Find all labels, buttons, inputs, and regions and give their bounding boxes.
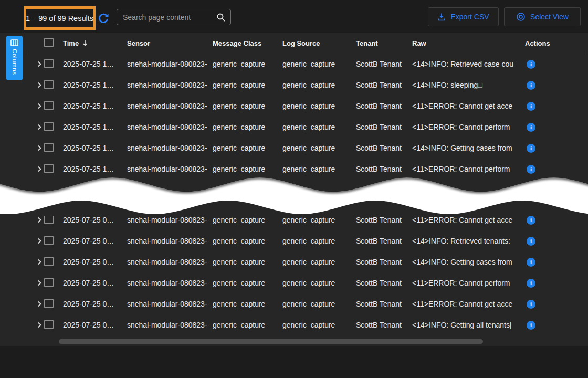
cell-raw: <11>ERROR: Cannot perform (412, 123, 525, 131)
cell-message-class: generic_capture (213, 258, 282, 266)
cell-sensor: snehal-modular-080823- (127, 102, 213, 110)
cell-tenant: ScottB Tenant (356, 165, 412, 173)
row-checkbox[interactable] (44, 59, 54, 68)
info-icon[interactable]: i (527, 144, 536, 153)
cell-sensor: snehal-modular-080823- (127, 258, 213, 266)
row-checkbox[interactable] (44, 101, 54, 110)
info-icon[interactable]: i (527, 300, 536, 309)
expand-row-chevron-icon[interactable] (36, 60, 43, 68)
row-checkbox[interactable] (44, 236, 54, 245)
cell-sensor: snehal-modular-080823- (127, 123, 213, 131)
cell-log-source: generic_capture (282, 60, 356, 68)
cell-sensor: snehal-modular-080823- (127, 300, 213, 308)
cell-raw: <11>ERROR: Cannot perform (412, 279, 525, 287)
table-row: 2025-07-25 1… snehal-modular-080823- gen… (0, 75, 588, 96)
cell-log-source: generic_capture (282, 144, 356, 152)
expand-row-chevron-icon[interactable] (36, 165, 43, 173)
expand-row-chevron-icon[interactable] (36, 300, 43, 308)
columns-icon (10, 39, 18, 46)
cell-raw: <11>ERROR: Cannot get acce (412, 102, 525, 110)
cell-raw: <11>ERROR: Cannot get acce (412, 216, 525, 224)
column-header-message-class[interactable]: Message Class (213, 39, 282, 47)
search-input[interactable] (117, 9, 230, 25)
cell-time: 2025-07-25 1… (63, 165, 127, 173)
cell-sensor: snehal-modular-080823- (127, 165, 213, 173)
select-view-label: Select View (530, 13, 569, 21)
results-count: 1 – 99 of 99 Results (26, 14, 93, 23)
row-checkbox[interactable] (44, 80, 54, 89)
cell-sensor: snehal-modular-080823- (127, 60, 213, 68)
row-checkbox[interactable] (44, 278, 54, 287)
cell-log-source: generic_capture (282, 165, 356, 173)
info-icon[interactable]: i (527, 216, 536, 225)
cell-message-class: generic_capture (213, 102, 282, 110)
cell-sensor: snehal-modular-080823- (127, 216, 213, 224)
row-checkbox[interactable] (44, 143, 54, 152)
refresh-icon[interactable] (98, 13, 109, 24)
cell-message-class: generic_capture (213, 237, 282, 245)
cell-message-class: generic_capture (213, 144, 282, 152)
cell-sensor: snehal-modular-080823- (127, 81, 213, 89)
info-icon[interactable]: i (527, 60, 536, 69)
info-icon[interactable]: i (527, 321, 536, 330)
screenshot-tear-wave (0, 175, 588, 216)
cell-time: 2025-07-25 0… (63, 237, 127, 245)
cell-tenant: ScottB Tenant (356, 321, 412, 329)
horizontal-scrollbar[interactable] (59, 339, 483, 344)
column-header-actions: Actions (525, 39, 588, 47)
expand-row-chevron-icon[interactable] (36, 258, 43, 266)
cell-sensor: snehal-modular-080823- (127, 321, 213, 329)
row-checkbox[interactable] (44, 215, 54, 224)
cell-log-source: generic_capture (282, 258, 356, 266)
info-icon[interactable]: i (527, 165, 536, 174)
info-icon[interactable]: i (527, 102, 536, 111)
row-checkbox[interactable] (44, 164, 54, 173)
info-icon[interactable]: i (527, 237, 536, 246)
column-header-tenant[interactable]: Tenant (356, 39, 412, 47)
table-row: 2025-07-25 1… snehal-modular-080823- gen… (0, 54, 588, 75)
column-header-sensor[interactable]: Sensor (127, 39, 213, 47)
column-header-raw[interactable]: Raw (412, 39, 525, 47)
select-view-button[interactable]: Select View (504, 7, 581, 26)
cell-raw: <14>INFO: Getting cases from (412, 258, 525, 266)
expand-row-chevron-icon[interactable] (36, 81, 43, 89)
table-row: 2025-07-25 1… snehal-modular-080823- gen… (0, 117, 588, 138)
info-icon[interactable]: i (527, 279, 536, 288)
cell-time: 2025-07-25 1… (63, 123, 127, 131)
info-icon[interactable]: i (527, 258, 536, 267)
columns-panel-tab[interactable]: Columns (6, 36, 23, 80)
expand-row-chevron-icon[interactable] (36, 237, 43, 245)
row-checkbox[interactable] (44, 122, 54, 131)
table-row: 2025-07-25 0… snehal-modular-080823- gen… (0, 293, 588, 314)
cell-tenant: ScottB Tenant (356, 237, 412, 245)
cell-raw: <14>INFO: Retrieved tenants: (412, 237, 525, 245)
expand-row-chevron-icon[interactable] (36, 102, 43, 110)
row-checkbox[interactable] (44, 320, 54, 329)
expand-row-chevron-icon[interactable] (36, 123, 43, 131)
expand-row-chevron-icon[interactable] (36, 279, 43, 287)
cell-raw: <14>INFO: Getting all tenants[ (412, 321, 525, 329)
expand-row-chevron-icon[interactable] (36, 321, 43, 329)
row-checkbox[interactable] (44, 299, 54, 308)
cell-tenant: ScottB Tenant (356, 81, 412, 89)
cell-log-source: generic_capture (282, 81, 356, 89)
sort-descending-icon (81, 39, 89, 47)
row-checkbox[interactable] (44, 257, 54, 266)
cell-tenant: ScottB Tenant (356, 216, 412, 224)
expand-row-chevron-icon[interactable] (36, 216, 43, 224)
export-csv-button[interactable]: Export CSV (428, 7, 499, 26)
expand-row-chevron-icon[interactable] (36, 144, 43, 152)
table-header-row: Time Sensor Message Class Log Source Ten… (0, 33, 588, 54)
cell-log-source: generic_capture (282, 300, 356, 308)
info-icon[interactable]: i (527, 81, 536, 90)
cell-time: 2025-07-25 0… (63, 321, 127, 329)
info-icon[interactable]: i (527, 123, 536, 132)
table-row: 2025-07-25 0… snehal-modular-080823- gen… (0, 272, 588, 293)
cell-message-class: generic_capture (213, 81, 282, 89)
column-header-time[interactable]: Time (63, 39, 127, 47)
column-header-log-source[interactable]: Log Source (282, 39, 356, 47)
table-row: 2025-07-25 1… snehal-modular-080823- gen… (0, 96, 588, 117)
cell-time: 2025-07-25 1… (63, 60, 127, 68)
cell-sensor: snehal-modular-080823- (127, 237, 213, 245)
select-all-checkbox[interactable] (44, 38, 54, 47)
